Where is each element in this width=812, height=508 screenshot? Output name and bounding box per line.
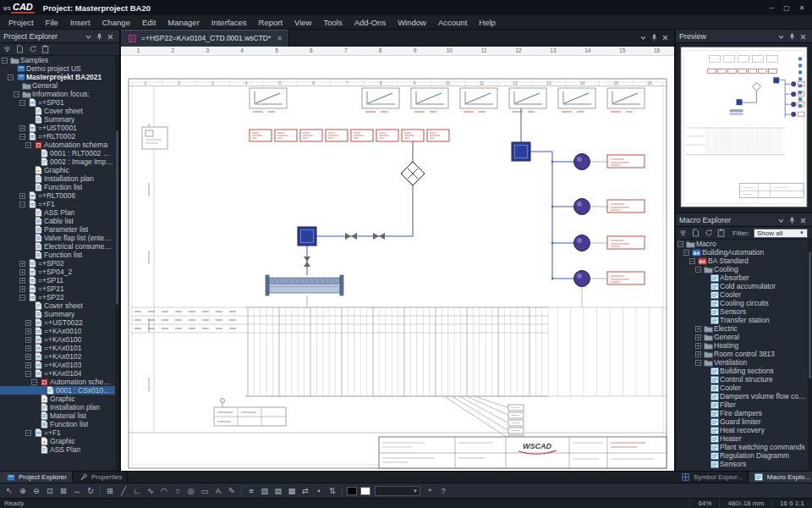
macro-tree-item[interactable]: Fire dampers	[676, 409, 808, 417]
pin-icon[interactable]	[94, 31, 105, 42]
project-tree-item[interactable]: Summary	[0, 310, 115, 318]
scrollbar-thumb[interactable]	[116, 130, 118, 305]
expander-icon[interactable]: +	[25, 320, 31, 326]
expander-icon[interactable]: +	[19, 286, 25, 292]
pin-icon[interactable]	[787, 215, 798, 226]
project-tree-item[interactable]: Graphic	[0, 166, 115, 174]
macro-tree-item[interactable]: −BABA Standard	[676, 257, 808, 265]
close-icon[interactable]	[798, 31, 809, 42]
polyline-icon[interactable]: ∿	[144, 484, 157, 497]
expander-icon[interactable]: +	[25, 354, 31, 360]
dock-tab-project-explorer[interactable]: Project Explorer	[0, 472, 73, 483]
settings-icon[interactable]: *	[423, 484, 436, 497]
filter-select[interactable]: Show all▼	[754, 229, 808, 238]
macro-tree-item[interactable]: −Cooling	[676, 265, 808, 273]
project-tree-item[interactable]: Demo project US	[0, 64, 115, 73]
menu-file[interactable]: File	[40, 18, 64, 27]
zoom-out-icon[interactable]: ⊖	[30, 484, 43, 497]
project-tree-item[interactable]: +=+KAx0102	[0, 352, 115, 361]
expander-icon[interactable]: −	[695, 267, 701, 273]
macro-tree-item[interactable]: Plant switching commands	[676, 443, 808, 451]
expander-icon[interactable]: +	[25, 329, 31, 334]
project-tree-item[interactable]: +=+SP02	[0, 259, 115, 268]
project-tree-item[interactable]: 0001 : CSx0104 Co...	[0, 386, 115, 395]
project-tree-item[interactable]: Function list	[0, 183, 115, 191]
expander-icon[interactable]: −	[695, 360, 701, 366]
macro-tree-item[interactable]: Control structure	[676, 375, 808, 384]
color-white-icon[interactable]	[360, 487, 370, 495]
macro-tree-item[interactable]: Sensors	[676, 307, 808, 316]
expander-icon[interactable]: +	[19, 125, 25, 131]
ortho-line-icon[interactable]: ∟	[130, 484, 144, 497]
project-tree-item[interactable]: +=+KAx0101	[0, 344, 115, 352]
macro-tree-item[interactable]: Cooling circuits	[676, 299, 808, 307]
project-tree-item[interactable]: Cover sheet	[0, 301, 115, 310]
macro-tree-item[interactable]: +Room control 3813	[676, 350, 808, 358]
connection-icon[interactable]: ⇄	[299, 484, 312, 497]
chevron-down-icon[interactable]	[638, 32, 649, 43]
macro-tree-item[interactable]: +Heating	[676, 341, 808, 350]
pan-icon[interactable]: ↔	[70, 484, 84, 497]
macro-tree-item[interactable]: Absorber	[676, 273, 808, 282]
menu-add-ons[interactable]: Add-Ons	[348, 18, 392, 27]
close-icon[interactable]	[798, 215, 809, 226]
zoom-in-icon[interactable]: ⊕	[16, 484, 30, 497]
menu-help[interactable]: Help	[473, 18, 502, 27]
macro-tree-item[interactable]: Sensors	[676, 460, 808, 468]
project-tree-item[interactable]: Parameter list	[0, 225, 115, 234]
expander-icon[interactable]: −	[678, 241, 683, 247]
chevron-down-icon[interactable]	[776, 215, 787, 226]
menu-edit[interactable]: Edit	[136, 18, 162, 27]
new-document-icon[interactable]	[14, 44, 25, 55]
menu-change[interactable]: Change	[96, 18, 136, 27]
project-tree-item[interactable]: Function list	[0, 420, 115, 428]
project-tree-item[interactable]: ASS Plan	[0, 445, 115, 454]
macro-tree-item[interactable]: +General	[676, 333, 808, 341]
expander-icon[interactable]: +	[695, 334, 701, 340]
project-tree-item[interactable]: Installation plan	[0, 403, 115, 411]
macro-tree-item[interactable]: Dampers volume flow controller	[676, 392, 808, 400]
project-tree-item[interactable]: +=+SP04_2	[0, 268, 115, 276]
pointer-icon[interactable]: ↖	[3, 484, 16, 497]
close-button[interactable]: ✕	[794, 4, 809, 12]
macro-tree-item[interactable]: −Macro	[676, 240, 808, 248]
pin-icon[interactable]	[649, 32, 660, 43]
swap-icon[interactable]: ⇅	[326, 484, 339, 497]
project-tree-item[interactable]: Material list	[0, 411, 115, 420]
project-tree-item[interactable]: Installation plan	[0, 174, 115, 183]
clipboard-icon[interactable]	[716, 228, 727, 239]
project-tree-item[interactable]: Cover sheet	[0, 107, 115, 115]
macro-tree-item[interactable]: Regulation Diagramm	[676, 451, 808, 460]
menu-interfaces[interactable]: Interfaces	[206, 18, 253, 27]
expander-icon[interactable]: +	[25, 345, 31, 351]
symbol-icon[interactable]: ⊞	[103, 484, 117, 497]
project-tree-item[interactable]: Summary	[0, 115, 115, 124]
expander-icon[interactable]: −	[31, 379, 37, 385]
preview-body[interactable]	[676, 43, 812, 213]
project-tree-item[interactable]: Graphic	[0, 437, 115, 445]
zoom-fit-icon[interactable]: ⊠	[57, 484, 70, 497]
dock-tab-macro-explo-[interactable]: Macro Explo...	[749, 472, 812, 483]
expander-icon[interactable]: +	[695, 343, 701, 349]
expander-icon[interactable]: +	[25, 337, 31, 343]
project-tree-item[interactable]: 0002 : Image Import	[0, 157, 115, 166]
clipboard-icon[interactable]	[40, 44, 51, 55]
menu-insert[interactable]: Insert	[64, 18, 96, 27]
dimension-icon[interactable]: ≡	[244, 484, 258, 497]
project-tree-item[interactable]: −Automation schema	[0, 141, 115, 149]
color-black-icon[interactable]	[347, 487, 357, 495]
document-tab[interactable]: =+HSP22=KAx0104_CTD.0001.wsCTD* ✕	[121, 30, 289, 47]
new-document-icon[interactable]	[690, 228, 701, 239]
refresh-icon[interactable]	[703, 228, 714, 239]
line-icon[interactable]: ╱	[117, 484, 130, 497]
close-icon[interactable]	[105, 31, 116, 42]
menu-view[interactable]: View	[288, 18, 317, 27]
macro-tree-item[interactable]: −Ventilation	[676, 358, 808, 367]
expander-icon[interactable]: −	[25, 430, 31, 436]
macro-tree-item[interactable]: Filter	[676, 400, 808, 409]
project-tree-scrollbar[interactable]	[115, 56, 119, 471]
expander-icon[interactable]: −	[14, 91, 19, 97]
project-tree-item[interactable]: Graphic	[0, 395, 115, 403]
panel-menu-icon[interactable]	[2, 44, 13, 55]
table-icon[interactable]: ▤	[272, 484, 285, 497]
